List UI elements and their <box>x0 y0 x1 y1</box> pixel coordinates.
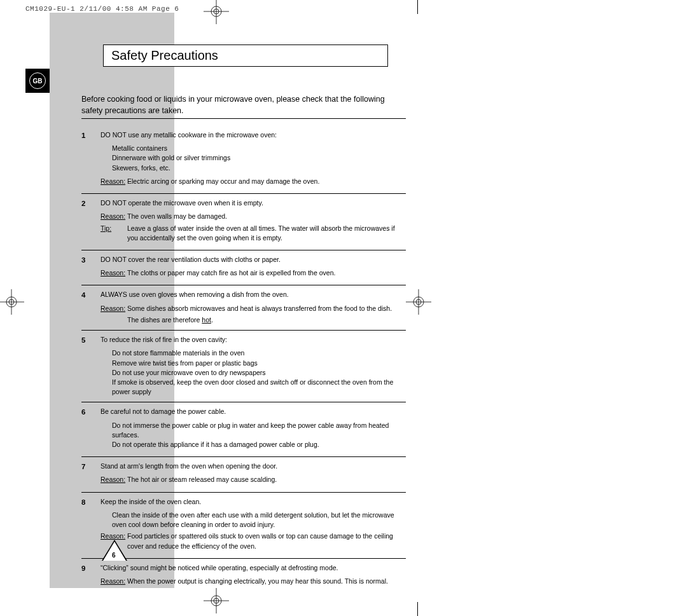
reason-label: Tip: <box>101 224 127 243</box>
intro-rule <box>81 118 406 119</box>
reason-row: Reason:The cloths or paper may catch fir… <box>101 268 406 278</box>
precaution-list: 1DO NOT use any metallic cookware in the… <box>81 126 406 593</box>
item-number: 2 <box>81 198 101 245</box>
reason-text: When the power output is changing electr… <box>127 577 406 586</box>
trim-mark-bottom <box>417 602 418 616</box>
reason-text: The cloths or paper may catch fire as ho… <box>127 268 406 278</box>
reason-text: Electric arcing or sparking may occur an… <box>127 177 406 186</box>
precaution-item: 4ALWAYS use oven gloves when removing a … <box>81 285 406 331</box>
item-body: “Clicking” sound might be noticed while … <box>101 563 406 588</box>
page-title: Safety Precautions <box>111 48 218 63</box>
item-number: 7 <box>81 462 101 486</box>
item-lead: Keep the inside of the oven clean. <box>101 497 406 507</box>
precaution-item: 7Stand at arm's length from the oven whe… <box>81 457 406 492</box>
sublist-line: Metallic containers <box>112 144 406 153</box>
item-lines: Do not store flammable materials in the … <box>112 348 406 397</box>
precaution-item: 6Be careful not to damage the power cabl… <box>81 402 406 457</box>
item-number: 5 <box>81 335 101 397</box>
reason-label: Reason: <box>101 177 127 186</box>
reason-label: Reason: <box>101 268 127 278</box>
item-lead: Be careful not to damage the power cable… <box>101 407 406 416</box>
reason-text: The hot air or steam released may cause … <box>127 475 406 484</box>
item-number: 9 <box>81 563 101 588</box>
item-number: 1 <box>81 130 101 188</box>
reason-text: The oven walls may be damaged. <box>127 212 406 221</box>
imprint-line: CM1029-EU-1 2/11/00 4:58 AM Page 6 <box>25 5 179 13</box>
item-body: DO NOT cover the rear ventilation ducts … <box>101 255 406 280</box>
item-number: 6 <box>81 407 101 451</box>
reason-row: Reason:When the power output is changing… <box>101 577 406 586</box>
sublist-line: Dinnerware with gold or silver trimmings <box>112 153 406 163</box>
item-lead: “Clicking” sound might be noticed while … <box>101 563 406 573</box>
registration-mark-left <box>0 289 24 315</box>
line: Do not use your microwave oven to dry ne… <box>112 368 406 378</box>
reason-row: Tip:Leave a glass of water inside the ov… <box>101 224 406 243</box>
item-lead: To reduce the risk of fire in the oven c… <box>101 335 406 345</box>
reason-label: Reason: <box>101 577 127 586</box>
reason-text: Food particles or spattered oils stuck t… <box>127 531 406 551</box>
intro-paragraph: Before cooking food or liquids in your m… <box>81 94 406 116</box>
reason-row: Reason:Some dishes absorb microwaves and… <box>101 304 406 313</box>
line: Do not store flammable materials in the … <box>112 348 406 358</box>
item-body: Stand at arm's length from the oven when… <box>101 462 406 486</box>
reason-label: Reason: <box>101 304 127 313</box>
item-lead: DO NOT use any metallic cookware in the … <box>101 130 406 140</box>
line: If smoke is observed, keep the oven door… <box>112 378 406 397</box>
line: Do not immerse the power cable or plug i… <box>112 421 406 440</box>
item-lines: Do not immerse the power cable or plug i… <box>112 421 406 450</box>
reason-extra: The dishes are therefore hot. <box>127 315 406 325</box>
reason-text: Some dishes absorb microwaves and heat i… <box>127 304 406 313</box>
language-badge: GB <box>25 69 50 93</box>
item-body: DO NOT operate the microwave oven when i… <box>101 198 406 245</box>
item-number: 4 <box>81 290 101 325</box>
item-lines: Clean the inside of the oven after each … <box>112 510 406 530</box>
reason-row: Reason:The oven walls may be damaged. <box>101 212 406 221</box>
precaution-item: 2DO NOT operate the microwave oven when … <box>81 194 406 250</box>
precaution-item: 1DO NOT use any metallic cookware in the… <box>81 126 406 194</box>
precaution-item: 5To reduce the risk of fire in the oven … <box>81 331 406 402</box>
page-number: 6 <box>112 552 116 559</box>
sublist-line: Skewers, forks, etc. <box>112 163 406 173</box>
item-body: Keep the inside of the oven clean.Clean … <box>101 497 406 553</box>
item-number: 3 <box>81 255 101 280</box>
item-lead: ALWAYS use oven gloves when removing a d… <box>101 290 406 299</box>
item-body: DO NOT use any metallic cookware in the … <box>101 130 406 188</box>
registration-mark-bottom <box>204 588 229 613</box>
registration-mark-top <box>204 0 229 24</box>
trim-mark-top <box>417 0 418 14</box>
precaution-item: 9“Clicking” sound might be noticed while… <box>81 559 406 593</box>
item-number: 8 <box>81 497 101 553</box>
reason-row: Reason:Food particles or spattered oils … <box>101 531 406 551</box>
reason-label: Reason: <box>101 212 127 221</box>
item-body: ALWAYS use oven gloves when removing a d… <box>101 290 406 325</box>
reason-label: Reason: <box>101 475 127 484</box>
reason-row: Reason:The hot air or steam released may… <box>101 475 406 484</box>
line: Clean the inside of the oven after each … <box>112 510 406 530</box>
precaution-item: 3DO NOT cover the rear ventilation ducts… <box>81 250 406 285</box>
item-sublist: Metallic containersDinnerware with gold … <box>112 144 406 173</box>
registration-mark-right <box>406 289 431 315</box>
precaution-item: 8Keep the inside of the oven clean.Clean… <box>81 493 406 559</box>
item-body: To reduce the risk of fire in the oven c… <box>101 335 406 397</box>
item-lead: DO NOT cover the rear ventilation ducts … <box>101 255 406 264</box>
language-badge-label: GB <box>29 72 46 89</box>
item-body: Be careful not to damage the power cable… <box>101 407 406 451</box>
item-lead: DO NOT operate the microwave oven when i… <box>101 198 406 208</box>
title-box: Safety Precautions <box>103 44 388 67</box>
item-lead: Stand at arm's length from the oven when… <box>101 462 406 471</box>
reason-row: Reason:Electric arcing or sparking may o… <box>101 177 406 186</box>
reason-text: Leave a glass of water inside the oven a… <box>127 224 406 243</box>
line: Do not operate this appliance if it has … <box>112 440 406 449</box>
line: Remove wire twist ties from paper or pla… <box>112 359 406 368</box>
